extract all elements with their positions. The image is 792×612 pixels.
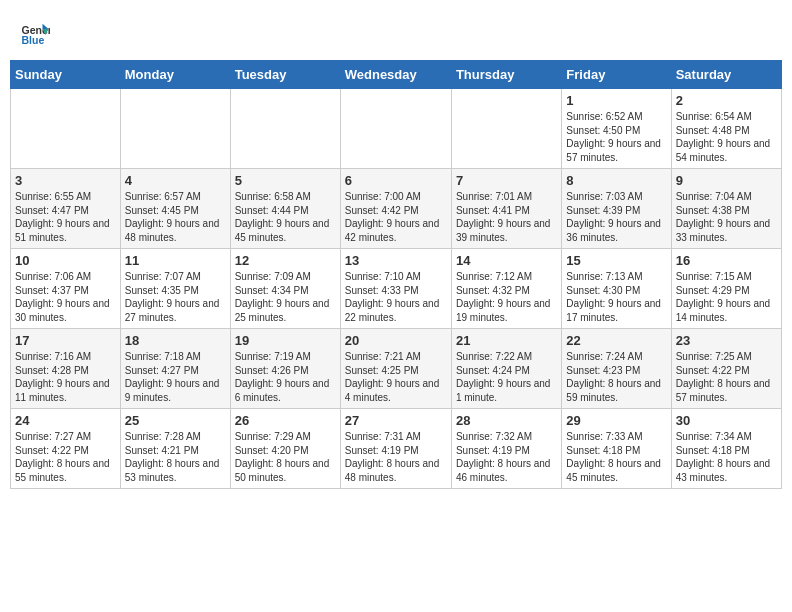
calendar-header-thursday: Thursday xyxy=(451,61,561,89)
calendar-body: 1Sunrise: 6:52 AM Sunset: 4:50 PM Daylig… xyxy=(11,89,782,489)
day-number: 21 xyxy=(456,333,557,348)
calendar-header-row: SundayMondayTuesdayWednesdayThursdayFrid… xyxy=(11,61,782,89)
day-number: 30 xyxy=(676,413,777,428)
calendar-cell: 29Sunrise: 7:33 AM Sunset: 4:18 PM Dayli… xyxy=(562,409,671,489)
calendar-week-1: 1Sunrise: 6:52 AM Sunset: 4:50 PM Daylig… xyxy=(11,89,782,169)
day-info: Sunrise: 7:03 AM Sunset: 4:39 PM Dayligh… xyxy=(566,190,666,244)
calendar-cell: 24Sunrise: 7:27 AM Sunset: 4:22 PM Dayli… xyxy=(11,409,121,489)
calendar-cell: 14Sunrise: 7:12 AM Sunset: 4:32 PM Dayli… xyxy=(451,249,561,329)
day-info: Sunrise: 7:25 AM Sunset: 4:22 PM Dayligh… xyxy=(676,350,777,404)
calendar-cell: 9Sunrise: 7:04 AM Sunset: 4:38 PM Daylig… xyxy=(671,169,781,249)
day-info: Sunrise: 7:15 AM Sunset: 4:29 PM Dayligh… xyxy=(676,270,777,324)
calendar-cell: 18Sunrise: 7:18 AM Sunset: 4:27 PM Dayli… xyxy=(120,329,230,409)
day-info: Sunrise: 7:00 AM Sunset: 4:42 PM Dayligh… xyxy=(345,190,447,244)
day-number: 25 xyxy=(125,413,226,428)
day-info: Sunrise: 7:09 AM Sunset: 4:34 PM Dayligh… xyxy=(235,270,336,324)
calendar-cell: 11Sunrise: 7:07 AM Sunset: 4:35 PM Dayli… xyxy=(120,249,230,329)
calendar-cell: 25Sunrise: 7:28 AM Sunset: 4:21 PM Dayli… xyxy=(120,409,230,489)
logo: General Blue xyxy=(20,20,54,50)
day-info: Sunrise: 7:10 AM Sunset: 4:33 PM Dayligh… xyxy=(345,270,447,324)
logo-icon: General Blue xyxy=(20,20,50,50)
day-info: Sunrise: 6:57 AM Sunset: 4:45 PM Dayligh… xyxy=(125,190,226,244)
svg-text:Blue: Blue xyxy=(22,34,45,46)
day-info: Sunrise: 7:29 AM Sunset: 4:20 PM Dayligh… xyxy=(235,430,336,484)
day-number: 19 xyxy=(235,333,336,348)
day-number: 11 xyxy=(125,253,226,268)
day-number: 13 xyxy=(345,253,447,268)
day-info: Sunrise: 6:54 AM Sunset: 4:48 PM Dayligh… xyxy=(676,110,777,164)
day-number: 12 xyxy=(235,253,336,268)
calendar-cell: 22Sunrise: 7:24 AM Sunset: 4:23 PM Dayli… xyxy=(562,329,671,409)
calendar-cell xyxy=(11,89,121,169)
day-info: Sunrise: 7:18 AM Sunset: 4:27 PM Dayligh… xyxy=(125,350,226,404)
calendar-cell: 4Sunrise: 6:57 AM Sunset: 4:45 PM Daylig… xyxy=(120,169,230,249)
day-info: Sunrise: 7:06 AM Sunset: 4:37 PM Dayligh… xyxy=(15,270,116,324)
calendar-cell: 2Sunrise: 6:54 AM Sunset: 4:48 PM Daylig… xyxy=(671,89,781,169)
day-info: Sunrise: 7:27 AM Sunset: 4:22 PM Dayligh… xyxy=(15,430,116,484)
day-info: Sunrise: 7:22 AM Sunset: 4:24 PM Dayligh… xyxy=(456,350,557,404)
calendar-header-friday: Friday xyxy=(562,61,671,89)
day-info: Sunrise: 7:31 AM Sunset: 4:19 PM Dayligh… xyxy=(345,430,447,484)
calendar-header-tuesday: Tuesday xyxy=(230,61,340,89)
day-number: 27 xyxy=(345,413,447,428)
calendar-cell xyxy=(230,89,340,169)
calendar-cell: 13Sunrise: 7:10 AM Sunset: 4:33 PM Dayli… xyxy=(340,249,451,329)
calendar-week-5: 24Sunrise: 7:27 AM Sunset: 4:22 PM Dayli… xyxy=(11,409,782,489)
calendar-cell: 7Sunrise: 7:01 AM Sunset: 4:41 PM Daylig… xyxy=(451,169,561,249)
day-info: Sunrise: 7:33 AM Sunset: 4:18 PM Dayligh… xyxy=(566,430,666,484)
calendar-header-monday: Monday xyxy=(120,61,230,89)
calendar-cell: 1Sunrise: 6:52 AM Sunset: 4:50 PM Daylig… xyxy=(562,89,671,169)
day-info: Sunrise: 7:16 AM Sunset: 4:28 PM Dayligh… xyxy=(15,350,116,404)
day-number: 9 xyxy=(676,173,777,188)
day-number: 3 xyxy=(15,173,116,188)
calendar-cell: 26Sunrise: 7:29 AM Sunset: 4:20 PM Dayli… xyxy=(230,409,340,489)
calendar-cell: 19Sunrise: 7:19 AM Sunset: 4:26 PM Dayli… xyxy=(230,329,340,409)
day-info: Sunrise: 7:01 AM Sunset: 4:41 PM Dayligh… xyxy=(456,190,557,244)
day-number: 8 xyxy=(566,173,666,188)
day-number: 20 xyxy=(345,333,447,348)
day-number: 7 xyxy=(456,173,557,188)
day-number: 16 xyxy=(676,253,777,268)
day-number: 24 xyxy=(15,413,116,428)
calendar-header-sunday: Sunday xyxy=(11,61,121,89)
calendar-cell: 16Sunrise: 7:15 AM Sunset: 4:29 PM Dayli… xyxy=(671,249,781,329)
day-info: Sunrise: 7:07 AM Sunset: 4:35 PM Dayligh… xyxy=(125,270,226,324)
calendar-cell: 20Sunrise: 7:21 AM Sunset: 4:25 PM Dayli… xyxy=(340,329,451,409)
day-number: 4 xyxy=(125,173,226,188)
day-info: Sunrise: 7:12 AM Sunset: 4:32 PM Dayligh… xyxy=(456,270,557,324)
day-info: Sunrise: 6:58 AM Sunset: 4:44 PM Dayligh… xyxy=(235,190,336,244)
calendar-cell: 30Sunrise: 7:34 AM Sunset: 4:18 PM Dayli… xyxy=(671,409,781,489)
day-info: Sunrise: 7:21 AM Sunset: 4:25 PM Dayligh… xyxy=(345,350,447,404)
calendar-cell: 21Sunrise: 7:22 AM Sunset: 4:24 PM Dayli… xyxy=(451,329,561,409)
day-info: Sunrise: 7:32 AM Sunset: 4:19 PM Dayligh… xyxy=(456,430,557,484)
calendar-cell: 28Sunrise: 7:32 AM Sunset: 4:19 PM Dayli… xyxy=(451,409,561,489)
day-info: Sunrise: 6:55 AM Sunset: 4:47 PM Dayligh… xyxy=(15,190,116,244)
calendar-cell: 5Sunrise: 6:58 AM Sunset: 4:44 PM Daylig… xyxy=(230,169,340,249)
day-info: Sunrise: 7:24 AM Sunset: 4:23 PM Dayligh… xyxy=(566,350,666,404)
calendar-week-2: 3Sunrise: 6:55 AM Sunset: 4:47 PM Daylig… xyxy=(11,169,782,249)
day-number: 18 xyxy=(125,333,226,348)
day-info: Sunrise: 6:52 AM Sunset: 4:50 PM Dayligh… xyxy=(566,110,666,164)
calendar-cell: 15Sunrise: 7:13 AM Sunset: 4:30 PM Dayli… xyxy=(562,249,671,329)
calendar-cell: 8Sunrise: 7:03 AM Sunset: 4:39 PM Daylig… xyxy=(562,169,671,249)
calendar-header-wednesday: Wednesday xyxy=(340,61,451,89)
day-number: 22 xyxy=(566,333,666,348)
day-info: Sunrise: 7:34 AM Sunset: 4:18 PM Dayligh… xyxy=(676,430,777,484)
calendar-header-saturday: Saturday xyxy=(671,61,781,89)
day-number: 2 xyxy=(676,93,777,108)
calendar: SundayMondayTuesdayWednesdayThursdayFrid… xyxy=(10,60,782,489)
day-number: 17 xyxy=(15,333,116,348)
calendar-week-4: 17Sunrise: 7:16 AM Sunset: 4:28 PM Dayli… xyxy=(11,329,782,409)
day-info: Sunrise: 7:13 AM Sunset: 4:30 PM Dayligh… xyxy=(566,270,666,324)
day-number: 15 xyxy=(566,253,666,268)
day-number: 29 xyxy=(566,413,666,428)
day-number: 23 xyxy=(676,333,777,348)
day-info: Sunrise: 7:28 AM Sunset: 4:21 PM Dayligh… xyxy=(125,430,226,484)
day-number: 1 xyxy=(566,93,666,108)
calendar-cell: 27Sunrise: 7:31 AM Sunset: 4:19 PM Dayli… xyxy=(340,409,451,489)
calendar-cell: 17Sunrise: 7:16 AM Sunset: 4:28 PM Dayli… xyxy=(11,329,121,409)
calendar-cell: 12Sunrise: 7:09 AM Sunset: 4:34 PM Dayli… xyxy=(230,249,340,329)
day-info: Sunrise: 7:19 AM Sunset: 4:26 PM Dayligh… xyxy=(235,350,336,404)
day-number: 14 xyxy=(456,253,557,268)
calendar-cell: 23Sunrise: 7:25 AM Sunset: 4:22 PM Dayli… xyxy=(671,329,781,409)
